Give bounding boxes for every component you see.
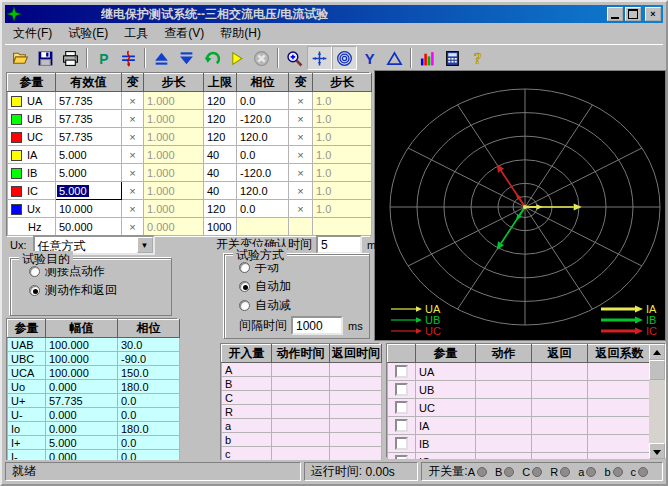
param-step2-UB[interactable]: 1.0 [313,110,372,128]
param-step1-UA[interactable]: 1.000 [144,92,204,110]
param-step1-Hz[interactable]: 0.000 [144,218,204,236]
param-value-Hz[interactable]: 50.000 [56,218,122,236]
param-value-UC[interactable]: 57.735 [56,128,122,146]
menu-item-3[interactable]: 工具 [116,23,156,44]
param-step1-UC[interactable]: 1.000 [144,128,204,146]
menu-item-5[interactable]: 帮助(H) [212,23,269,44]
minimize-button[interactable] [607,7,623,21]
param-limit-UC[interactable]: 120 [204,128,237,146]
help-button[interactable]: ? [465,46,490,70]
param-phase-Hz[interactable] [237,218,289,236]
step-down-button[interactable] [174,46,199,70]
result-checkbox-IB[interactable] [395,437,408,450]
stop-button[interactable] [249,46,274,70]
param-step1-IC[interactable]: 1.000 [144,182,204,200]
param-value-IB[interactable]: 5.000 [56,164,122,182]
param-value-IC[interactable]: 5.000 [56,182,122,200]
radio-auto-increase[interactable] [239,281,250,292]
param-value-UA[interactable]: 57.735 [56,92,122,110]
fault-wave-button[interactable] [116,46,141,70]
param-vary2-UC[interactable]: × [289,128,313,146]
scroll-thumb[interactable] [649,360,665,380]
param-phase-IC[interactable]: 120.0 [237,182,289,200]
radio-manual[interactable] [239,262,250,273]
param-vary1-IB[interactable]: × [122,164,144,182]
radio-action-return[interactable] [29,285,40,296]
result-checkbox-IA[interactable] [395,419,408,432]
menu-item-4[interactable]: 查看(V) [156,23,212,44]
param-limit-UA[interactable]: 120 [204,92,237,110]
result-checkbox-UC[interactable] [395,401,408,414]
param-phase-IB[interactable]: -120.0 [237,164,289,182]
param-value-IA[interactable]: 5.000 [56,146,122,164]
param-phase-IA[interactable]: 0.0 [237,146,289,164]
save-button[interactable] [33,46,58,70]
scroll-down-button[interactable] [649,443,665,459]
param-vary1-UB[interactable]: × [122,110,144,128]
param-phase-UC[interactable]: 120.0 [237,128,289,146]
param-vary1-UA[interactable]: × [122,92,144,110]
delta-connection-button[interactable] [382,46,407,70]
param-vary2-IA[interactable]: × [289,146,313,164]
param-vary1-Hz[interactable]: × [122,218,144,236]
y-connection-button[interactable]: Y [357,46,382,70]
param-step2-UA[interactable]: 1.0 [313,92,372,110]
radio-row-auto-decrease[interactable]: 自动减 [239,298,369,312]
param-step1-Ux[interactable]: 1.000 [144,200,204,218]
param-limit-IA[interactable]: 40 [204,146,237,164]
bar-chart-button[interactable] [415,46,440,70]
param-vary2-UA[interactable]: × [289,92,313,110]
param-vary1-IC[interactable]: × [122,182,144,200]
start-button[interactable] [224,46,249,70]
calculator-button[interactable] [440,46,465,70]
maximize-button[interactable] [625,7,641,21]
param-vary2-UB[interactable]: × [289,110,313,128]
result-checkbox-UA[interactable] [395,365,408,378]
param-step1-IB[interactable]: 1.000 [144,164,204,182]
radio-row-auto-increase[interactable]: 自动加 [239,279,369,293]
param-limit-IC[interactable]: 40 [204,182,237,200]
scroll-track[interactable] [649,380,665,443]
param-limit-Ux[interactable]: 120 [204,200,237,218]
param-vary2-IB[interactable]: × [289,164,313,182]
param-step2-UC[interactable]: 1.0 [313,128,372,146]
confirm-time-input[interactable] [316,235,362,254]
param-limit-Hz[interactable]: 1000 [204,218,237,236]
open-file-button[interactable] [8,46,33,70]
polar-button[interactable] [332,46,357,70]
close-button[interactable]: × [645,7,661,21]
letter-p-button[interactable]: P [91,46,116,70]
param-vary1-UC[interactable]: × [122,128,144,146]
param-phase-UA[interactable]: 0.0 [237,92,289,110]
result-checkbox-IC[interactable] [395,455,408,459]
param-step1-IA[interactable]: 1.000 [144,146,204,164]
param-value-Ux[interactable]: 10.000 [56,200,122,218]
result-scrollbar[interactable] [649,344,665,459]
param-step2-IC[interactable]: 1.0 [313,182,372,200]
param-value-UB[interactable]: 57.735 [56,110,122,128]
scroll-up-button[interactable] [649,344,665,360]
param-phase-UB[interactable]: -120.0 [237,110,289,128]
step-up-button[interactable] [149,46,174,70]
zoom-in-button[interactable] [282,46,307,70]
menu-item-1[interactable]: 文件(F) [5,23,60,44]
interval-input[interactable] [291,316,343,335]
param-phase-Ux[interactable]: 0.0 [237,200,289,218]
param-vary2-Hz[interactable] [289,218,313,236]
undo-button[interactable] [199,46,224,70]
param-step1-UB[interactable]: 1.000 [144,110,204,128]
param-step2-Hz[interactable] [313,218,372,236]
param-vary1-Ux[interactable]: × [122,200,144,218]
param-limit-IB[interactable]: 40 [204,164,237,182]
param-limit-UB[interactable]: 120 [204,110,237,128]
param-vary2-IC[interactable]: × [289,182,313,200]
param-vary2-Ux[interactable]: × [289,200,313,218]
radio-auto-decrease[interactable] [239,300,250,311]
print-button[interactable] [58,46,83,70]
radio-contact-action[interactable] [29,266,40,277]
radio-row-action-return[interactable]: 测动作和返回 [29,283,171,297]
param-step2-Ux[interactable]: 1.0 [313,200,372,218]
result-checkbox-UB[interactable] [395,383,408,396]
param-step2-IB[interactable]: 1.0 [313,164,372,182]
ux-dropdown-arrow-icon[interactable]: ▼ [137,237,153,253]
